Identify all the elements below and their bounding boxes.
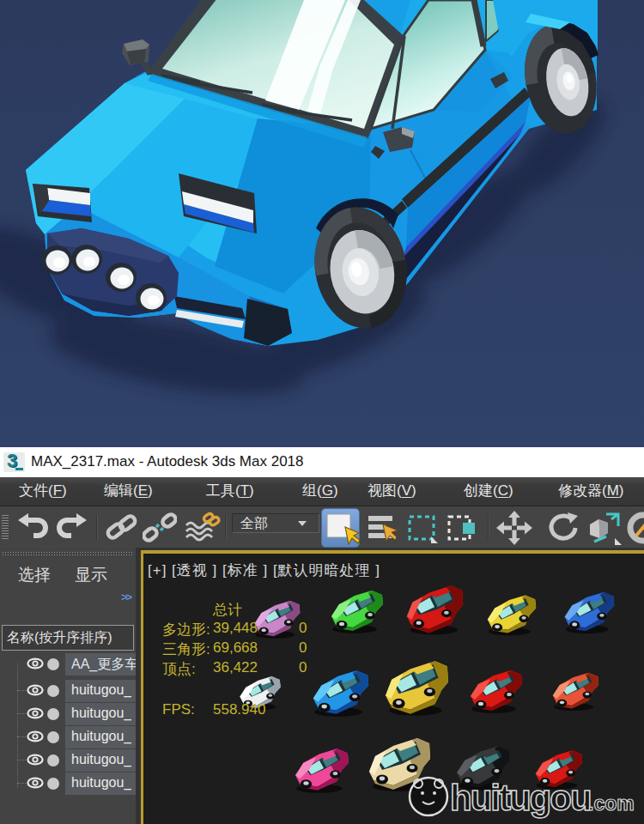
svg-text:huitugou: huitugou xyxy=(450,778,591,818)
svg-text:.com: .com xyxy=(588,792,635,815)
